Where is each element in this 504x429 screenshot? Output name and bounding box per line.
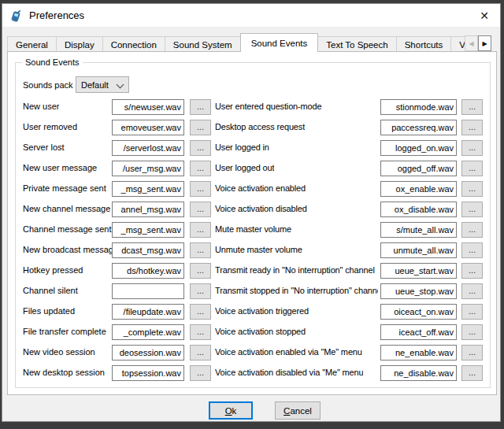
tab-shortcuts[interactable]: Shortcuts [396,36,452,52]
browse-button[interactable]: ... [461,324,483,340]
browse-button[interactable]: ... [461,99,483,115]
browse-button[interactable]: ... [461,304,483,320]
browse-button[interactable]: ... [461,222,483,238]
sound-event-row: Transmit stopped in "No interruption" ch… [215,282,484,302]
sound-file-input[interactable] [112,120,184,135]
sound-file-input[interactable] [112,365,184,381]
group-title: Sound Events [22,57,83,67]
sound-file-input[interactable] [380,99,457,115]
sound-file-input[interactable] [380,202,457,217]
browse-button[interactable]: ... [461,365,483,381]
browse-button[interactable]: ... [190,181,211,197]
sound-event-label: Voice activation stopped [215,327,306,336]
sound-file-input[interactable] [380,365,457,381]
sound-file-input[interactable] [112,304,184,320]
sound-event-row: Channel silent ... [23,282,213,302]
browse-button[interactable]: ... [190,365,211,381]
tab-sound-events[interactable]: Sound Events [240,33,319,52]
browse-button[interactable]: ... [190,324,211,340]
sound-file-input[interactable] [112,283,184,299]
sound-event-label: Channel silent [23,286,78,295]
tab-video[interactable]: Video [450,36,465,52]
sound-file-input[interactable] [380,304,457,320]
browse-button[interactable]: ... [190,202,211,217]
browse-button[interactable]: ... [190,345,211,361]
sound-event-label: Desktop access request [215,122,305,131]
sound-file-input[interactable] [112,222,184,238]
sound-file-input[interactable] [380,242,457,258]
browse-button[interactable]: ... [461,161,483,176]
sound-event-label: Voice activation disabled [215,204,307,213]
cancel-button[interactable]: Cancel [275,401,321,420]
sound-file-input[interactable] [380,222,457,238]
browse-button[interactable]: ... [190,304,211,320]
sound-file-input[interactable] [380,181,457,197]
sound-event-label: Transmit ready in "No interruption" chan… [215,265,375,275]
browse-button[interactable]: ... [461,242,483,258]
sound-event-row: New video session ... [23,343,213,364]
sound-event-label: New channel message [23,204,110,213]
sound-event-row: Private message sent ... [23,179,213,200]
browse-button[interactable]: ... [190,222,211,238]
sound-event-row: New channel message ... [23,200,213,220]
tab-bar: General Display Connection Sound System … [7,33,465,52]
sound-file-input[interactable] [380,324,457,340]
sound-event-label: Voice activation enabled [215,183,306,193]
browse-button[interactable]: ... [461,263,483,279]
sound-file-input[interactable] [380,140,457,156]
sound-file-input[interactable] [112,242,184,258]
sound-file-input[interactable] [112,324,184,340]
sound-event-label: Hotkey pressed [23,265,83,275]
sound-file-input[interactable] [112,99,184,115]
sound-event-row: Mute master volume ... [215,220,484,241]
browse-button[interactable]: ... [190,99,211,115]
sound-event-label: Voice activation disabled via "Me" menu [215,368,363,377]
sound-event-row: User entered question-mode ... [215,98,484,118]
title-bar: Preferences ✕ [2,4,500,27]
sounds-pack-dropdown[interactable]: Default [76,76,129,93]
tab-sound-system[interactable]: Sound System [165,36,241,52]
sound-event-label: Transmit stopped in "No interruption" ch… [215,286,378,295]
close-button[interactable]: ✕ [469,4,500,27]
sound-event-label: New broadcast message [23,245,118,254]
browse-button[interactable]: ... [461,202,483,217]
sound-file-input[interactable] [380,263,457,279]
sound-event-row: Unmute master volume ... [215,241,484,261]
browse-button[interactable]: ... [190,242,211,258]
browse-button[interactable]: ... [461,283,483,299]
sound-file-input[interactable] [380,345,457,361]
sound-file-input[interactable] [112,345,184,361]
ok-button[interactable]: Ok [209,401,253,420]
tab-general[interactable]: General [7,36,57,52]
sound-file-input[interactable] [380,283,457,299]
browse-button[interactable]: ... [461,345,483,361]
sound-file-input[interactable] [112,161,184,176]
sound-event-label: User removed [23,122,77,131]
tab-text-to-speech[interactable]: Text To Speech [317,36,396,52]
sound-event-row: New desktop session ... [23,364,213,384]
sound-event-label: New video session [23,347,95,357]
browse-button[interactable]: ... [190,161,211,176]
sound-event-label: New user message [23,163,97,172]
tab-scroll-left-button[interactable]: ◀ [465,35,478,51]
sound-event-label: Voice activation enabled via "Me" menu [215,347,362,357]
sound-file-input[interactable] [112,202,184,217]
tab-scroll-right-button[interactable]: ▶ [478,35,491,51]
browse-button[interactable]: ... [190,140,211,156]
sound-file-input[interactable] [112,140,184,156]
sound-file-input[interactable] [380,120,457,135]
browse-button[interactable]: ... [190,263,211,279]
browse-button[interactable]: ... [461,120,483,135]
chevron-down-icon [117,81,124,89]
browse-button[interactable]: ... [190,120,211,135]
tab-connection[interactable]: Connection [102,36,165,52]
tab-display[interactable]: Display [56,36,103,52]
sound-file-input[interactable] [112,263,184,279]
sound-file-input[interactable] [380,161,457,176]
browse-button[interactable]: ... [461,140,483,156]
sound-file-input[interactable] [112,181,184,197]
browse-button[interactable]: ... [190,283,211,299]
sound-event-row: Voice activation disabled ... [215,200,484,220]
sound-event-row: New user ... [23,98,213,118]
browse-button[interactable]: ... [461,181,483,197]
